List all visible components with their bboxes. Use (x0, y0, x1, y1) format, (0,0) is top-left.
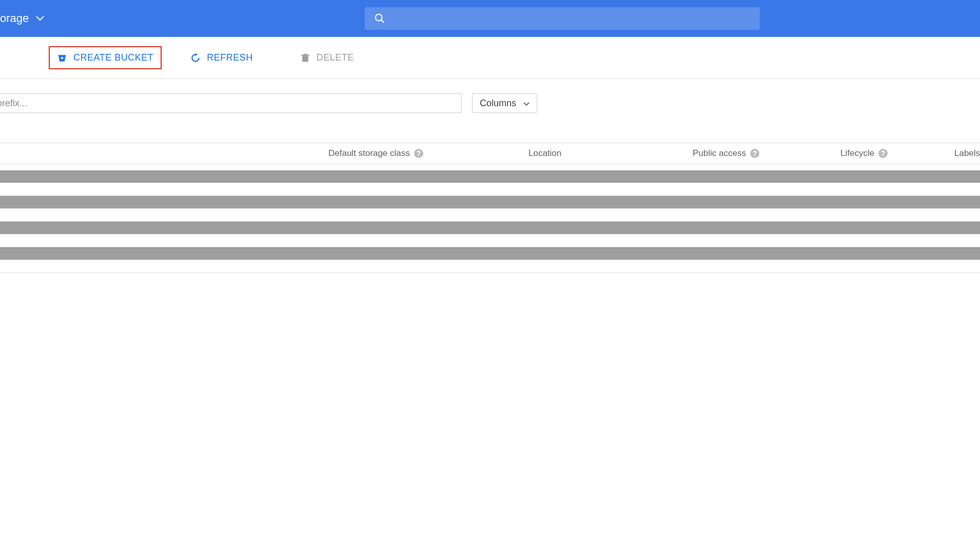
refresh-icon (190, 53, 201, 63)
table-row[interactable] (0, 247, 980, 260)
help-icon[interactable]: ? (750, 149, 759, 158)
svg-line-1 (381, 20, 384, 23)
col-lifecycle[interactable]: Lifecycle ? (840, 148, 888, 159)
table-body (0, 164, 980, 273)
table-row[interactable] (0, 196, 980, 208)
col-default-storage-class[interactable]: Default storage class ? (328, 148, 423, 159)
toolbar: CREATE BUCKET REFRESH DELETE (0, 37, 980, 79)
refresh-label: REFRESH (207, 52, 253, 63)
columns-label: Columns (480, 98, 516, 109)
trash-icon (300, 53, 310, 63)
product-label: orage (0, 12, 29, 25)
svg-rect-3 (62, 56, 63, 59)
table-header: Default storage class ? Location Public … (0, 143, 980, 164)
help-icon[interactable]: ? (414, 149, 423, 158)
search-icon (374, 13, 385, 24)
col-location[interactable]: Location (528, 148, 561, 159)
bucket-add-icon (57, 53, 67, 63)
chevron-down-icon (36, 16, 44, 21)
prefix-filter-input[interactable] (0, 93, 462, 113)
delete-button[interactable]: DELETE (292, 46, 362, 69)
create-bucket-button[interactable]: CREATE BUCKET (49, 46, 162, 69)
help-icon[interactable]: ? (878, 149, 888, 158)
svg-rect-7 (304, 53, 306, 55)
col-labels[interactable]: Labels (954, 148, 980, 159)
filter-row: Columns (0, 79, 980, 113)
search-box[interactable] (365, 7, 760, 30)
create-bucket-label: CREATE BUCKET (73, 52, 153, 63)
svg-rect-4 (58, 55, 66, 56)
svg-point-0 (376, 14, 382, 21)
col-public-access[interactable]: Public access ? (693, 148, 759, 159)
product-selector[interactable]: orage (0, 12, 44, 25)
columns-dropdown[interactable]: Columns (472, 93, 537, 113)
svg-rect-5 (302, 55, 308, 62)
chevron-down-icon (523, 98, 530, 109)
refresh-button[interactable]: REFRESH (182, 46, 261, 69)
table-row[interactable] (0, 222, 980, 234)
top-header: orage (0, 0, 980, 37)
search-input[interactable] (391, 13, 751, 24)
delete-label: DELETE (317, 52, 354, 63)
table-row[interactable] (0, 170, 980, 183)
bucket-table: Default storage class ? Location Public … (0, 143, 980, 273)
